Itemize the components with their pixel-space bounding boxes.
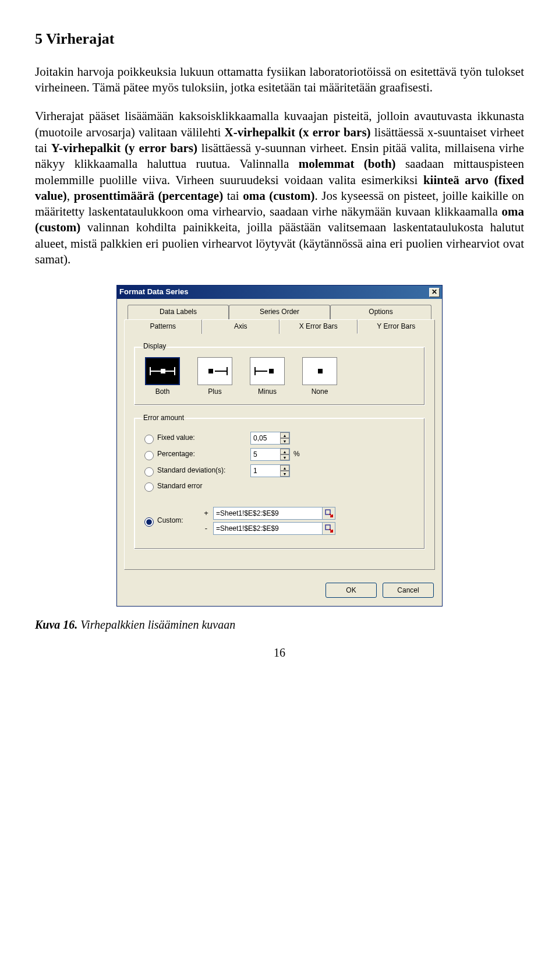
display-option-both[interactable]: Both <box>141 357 183 397</box>
range-picker-button[interactable] <box>322 507 335 519</box>
percent-unit: % <box>293 450 300 459</box>
spinner-up-button[interactable]: ▲ <box>280 465 289 471</box>
errorbar-plus-icon <box>200 365 229 378</box>
percentage-input[interactable] <box>251 449 280 460</box>
svg-rect-10 <box>318 369 323 373</box>
tab-options[interactable]: Options <box>330 305 431 319</box>
format-data-series-dialog: Format Data Series ✕ Data Labels Series … <box>116 285 443 607</box>
custom-minus-input[interactable] <box>214 523 322 534</box>
stddev-label: Standard deviation(s): <box>157 466 250 475</box>
figure-caption: Kuva 16. Virhepalkkien lisääminen kuvaan <box>35 617 524 632</box>
error-amount-legend: Error amount <box>141 414 186 423</box>
errorbar-minus-icon <box>253 365 282 378</box>
stderr-label: Standard error <box>157 482 250 491</box>
svg-rect-6 <box>208 369 213 373</box>
collapse-dialog-icon <box>325 509 333 517</box>
tab-y-error-bars[interactable]: Y Error Bars <box>358 319 436 334</box>
tab-x-error-bars[interactable]: X Error Bars <box>280 319 358 334</box>
fixed-value-label: Fixed value: <box>157 433 250 443</box>
display-label: Minus <box>246 387 288 397</box>
stddev-input[interactable] <box>251 465 280 477</box>
display-option-none[interactable]: None <box>299 357 341 397</box>
cancel-button[interactable]: Cancel <box>383 583 434 598</box>
svg-rect-12 <box>326 525 330 530</box>
custom-plus-sign: + <box>199 509 213 519</box>
display-label: Both <box>141 387 183 397</box>
custom-minus-sign: - <box>199 524 213 534</box>
close-button[interactable]: ✕ <box>429 288 440 297</box>
range-picker-button[interactable] <box>322 523 335 534</box>
errorbar-none-icon <box>305 365 334 378</box>
svg-rect-11 <box>326 510 330 514</box>
tab-data-labels[interactable]: Data Labels <box>128 305 229 319</box>
tab-panel: Display Both <box>124 333 435 570</box>
collapse-dialog-icon <box>325 524 333 533</box>
display-legend: Display <box>141 342 168 351</box>
fixed-value-input[interactable] <box>251 432 280 444</box>
svg-rect-3 <box>161 369 165 373</box>
dialog-titlebar: Format Data Series ✕ <box>117 285 442 299</box>
fixed-value-radio[interactable] <box>144 435 154 444</box>
section-heading: 5 Virherajat <box>35 29 524 49</box>
spinner-up-button[interactable]: ▲ <box>280 449 289 454</box>
errorbar-both-icon <box>148 365 177 378</box>
dialog-title: Format Data Series <box>119 287 189 297</box>
close-icon: ✕ <box>431 288 437 297</box>
stddev-radio[interactable] <box>144 467 154 477</box>
custom-radio[interactable] <box>144 517 154 527</box>
spinner-down-button[interactable]: ▼ <box>280 471 289 477</box>
error-amount-group: Error amount Fixed value: ▲ ▼ <box>134 414 425 550</box>
display-label: Plus <box>194 387 236 397</box>
intro-paragraph: Joitakin harvoja poikkeuksia lukuun otta… <box>35 64 524 96</box>
tab-series-order[interactable]: Series Order <box>229 305 330 319</box>
ok-button[interactable]: OK <box>326 583 377 598</box>
spinner-down-button[interactable]: ▼ <box>280 454 289 460</box>
percentage-label: Percentage: <box>157 450 250 459</box>
page-number: 16 <box>35 645 524 660</box>
spinner-down-button[interactable]: ▼ <box>280 438 289 444</box>
spinner-up-button[interactable]: ▲ <box>280 432 289 438</box>
stderr-radio[interactable] <box>144 482 154 492</box>
display-option-plus[interactable]: Plus <box>194 357 236 397</box>
display-option-minus[interactable]: Minus <box>246 357 288 397</box>
percentage-radio[interactable] <box>144 451 154 460</box>
custom-label: Custom: <box>157 516 199 526</box>
tab-patterns[interactable]: Patterns <box>124 319 202 334</box>
display-group: Display Both <box>134 342 425 405</box>
display-label: None <box>299 387 341 397</box>
body-paragraph: Virherajat pääset lisäämään kaksoisklikk… <box>35 108 524 267</box>
tab-axis[interactable]: Axis <box>202 319 280 334</box>
svg-rect-9 <box>269 369 274 373</box>
custom-plus-input[interactable] <box>214 507 322 519</box>
